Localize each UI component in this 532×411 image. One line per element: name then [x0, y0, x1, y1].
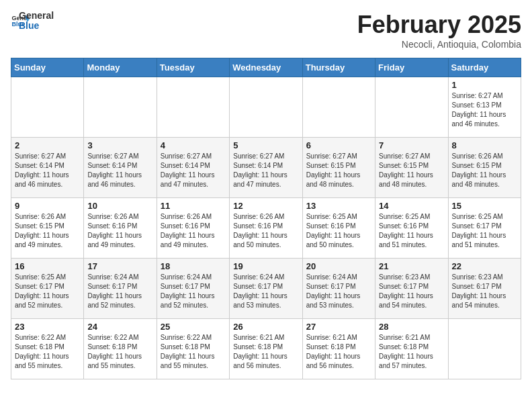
month-title: February 2025 [357, 11, 521, 39]
day-cell [448, 319, 521, 379]
week-row-5: 23Sunrise: 6:22 AM Sunset: 6:18 PM Dayli… [11, 319, 521, 379]
day-cell: 1Sunrise: 6:27 AM Sunset: 6:13 PM Daylig… [448, 77, 521, 138]
day-info: Sunrise: 6:24 AM Sunset: 6:17 PM Dayligh… [306, 273, 371, 310]
title-area: February 2025 Necocli, Antioquia, Colomb… [357, 11, 521, 50]
day-info: Sunrise: 6:26 AM Sunset: 6:16 PM Dayligh… [233, 212, 298, 250]
day-number: 8 [452, 140, 517, 150]
day-number: 7 [379, 140, 444, 150]
day-number: 23 [15, 322, 80, 332]
week-row-1: 1Sunrise: 6:27 AM Sunset: 6:13 PM Daylig… [11, 77, 521, 138]
day-number: 25 [161, 322, 226, 332]
day-cell [11, 77, 84, 138]
weekday-header-tuesday: Tuesday [157, 58, 229, 77]
week-row-4: 16Sunrise: 6:25 AM Sunset: 6:17 PM Dayli… [11, 259, 521, 319]
day-cell: 9Sunrise: 6:26 AM Sunset: 6:15 PM Daylig… [11, 198, 84, 259]
day-info: Sunrise: 6:24 AM Sunset: 6:17 PM Dayligh… [233, 273, 298, 310]
day-info: Sunrise: 6:27 AM Sunset: 6:14 PM Dayligh… [87, 152, 152, 189]
day-info: Sunrise: 6:26 AM Sunset: 6:15 PM Dayligh… [452, 152, 517, 189]
day-info: Sunrise: 6:26 AM Sunset: 6:15 PM Dayligh… [15, 212, 80, 250]
day-cell: 23Sunrise: 6:22 AM Sunset: 6:18 PM Dayli… [11, 319, 84, 379]
day-cell: 22Sunrise: 6:23 AM Sunset: 6:17 PM Dayli… [448, 259, 521, 319]
day-info: Sunrise: 6:23 AM Sunset: 6:17 PM Dayligh… [379, 273, 444, 310]
weekday-header-row: SundayMondayTuesdayWednesdayThursdayFrid… [11, 58, 521, 77]
day-info: Sunrise: 6:27 AM Sunset: 6:13 PM Dayligh… [452, 91, 517, 129]
day-number: 4 [161, 140, 226, 150]
day-cell [157, 77, 229, 138]
day-number: 26 [233, 322, 298, 332]
day-cell: 3Sunrise: 6:27 AM Sunset: 6:14 PM Daylig… [84, 138, 157, 198]
day-number: 20 [306, 261, 371, 271]
day-number: 27 [306, 322, 371, 332]
week-row-2: 2Sunrise: 6:27 AM Sunset: 6:14 PM Daylig… [11, 138, 521, 198]
day-number: 22 [452, 261, 517, 271]
weekday-header-wednesday: Wednesday [230, 58, 302, 77]
day-number: 16 [15, 261, 80, 271]
day-info: Sunrise: 6:22 AM Sunset: 6:18 PM Dayligh… [87, 333, 152, 371]
day-number: 11 [161, 201, 226, 211]
day-info: Sunrise: 6:25 AM Sunset: 6:16 PM Dayligh… [379, 212, 444, 250]
day-cell: 8Sunrise: 6:26 AM Sunset: 6:15 PM Daylig… [448, 138, 521, 198]
day-cell: 6Sunrise: 6:27 AM Sunset: 6:15 PM Daylig… [302, 138, 375, 198]
logo: General Blue General Blue [11, 11, 54, 32]
day-cell [230, 77, 302, 138]
day-cell: 5Sunrise: 6:27 AM Sunset: 6:14 PM Daylig… [230, 138, 302, 198]
day-number: 28 [379, 322, 444, 332]
day-cell: 12Sunrise: 6:26 AM Sunset: 6:16 PM Dayli… [230, 198, 302, 259]
day-number: 9 [15, 201, 80, 211]
day-info: Sunrise: 6:25 AM Sunset: 6:17 PM Dayligh… [452, 212, 517, 250]
day-cell [84, 77, 157, 138]
day-info: Sunrise: 6:27 AM Sunset: 6:14 PM Dayligh… [15, 152, 80, 189]
day-info: Sunrise: 6:21 AM Sunset: 6:18 PM Dayligh… [233, 333, 298, 371]
calendar: SundayMondayTuesdayWednesdayThursdayFrid… [11, 58, 521, 379]
day-cell: 16Sunrise: 6:25 AM Sunset: 6:17 PM Dayli… [11, 259, 84, 319]
day-info: Sunrise: 6:26 AM Sunset: 6:16 PM Dayligh… [161, 212, 226, 250]
location: Necocli, Antioquia, Colombia [357, 39, 521, 50]
day-info: Sunrise: 6:21 AM Sunset: 6:18 PM Dayligh… [306, 333, 371, 371]
day-info: Sunrise: 6:25 AM Sunset: 6:16 PM Dayligh… [306, 212, 371, 250]
day-info: Sunrise: 6:22 AM Sunset: 6:18 PM Dayligh… [15, 333, 80, 371]
day-number: 10 [87, 201, 152, 211]
day-cell: 7Sunrise: 6:27 AM Sunset: 6:15 PM Daylig… [375, 138, 448, 198]
day-number: 6 [306, 140, 371, 150]
day-number: 1 [452, 80, 517, 90]
day-cell: 21Sunrise: 6:23 AM Sunset: 6:17 PM Dayli… [375, 259, 448, 319]
day-cell [302, 77, 375, 138]
weekday-header-friday: Friday [375, 58, 448, 77]
weekday-header-monday: Monday [84, 58, 157, 77]
day-info: Sunrise: 6:24 AM Sunset: 6:17 PM Dayligh… [87, 273, 152, 310]
logo-general-text: General [19, 11, 54, 21]
day-cell: 15Sunrise: 6:25 AM Sunset: 6:17 PM Dayli… [448, 198, 521, 259]
day-number: 12 [233, 201, 298, 211]
day-info: Sunrise: 6:27 AM Sunset: 6:14 PM Dayligh… [233, 152, 298, 189]
day-number: 18 [161, 261, 226, 271]
day-number: 21 [379, 261, 444, 271]
day-info: Sunrise: 6:27 AM Sunset: 6:14 PM Dayligh… [161, 152, 226, 189]
day-number: 5 [233, 140, 298, 150]
day-cell: 10Sunrise: 6:26 AM Sunset: 6:16 PM Dayli… [84, 198, 157, 259]
day-info: Sunrise: 6:21 AM Sunset: 6:18 PM Dayligh… [379, 333, 444, 371]
logo-blue-text: Blue [19, 21, 54, 31]
day-info: Sunrise: 6:27 AM Sunset: 6:15 PM Dayligh… [306, 152, 371, 189]
day-number: 14 [379, 201, 444, 211]
day-number: 3 [87, 140, 152, 150]
day-cell: 25Sunrise: 6:22 AM Sunset: 6:18 PM Dayli… [157, 319, 229, 379]
day-number: 13 [306, 201, 371, 211]
day-number: 17 [87, 261, 152, 271]
day-info: Sunrise: 6:22 AM Sunset: 6:18 PM Dayligh… [161, 333, 226, 371]
day-info: Sunrise: 6:24 AM Sunset: 6:17 PM Dayligh… [161, 273, 226, 310]
day-info: Sunrise: 6:26 AM Sunset: 6:16 PM Dayligh… [87, 212, 152, 250]
day-info: Sunrise: 6:27 AM Sunset: 6:15 PM Dayligh… [379, 152, 444, 189]
day-number: 15 [452, 201, 517, 211]
day-info: Sunrise: 6:23 AM Sunset: 6:17 PM Dayligh… [452, 273, 517, 310]
week-row-3: 9Sunrise: 6:26 AM Sunset: 6:15 PM Daylig… [11, 198, 521, 259]
day-cell: 4Sunrise: 6:27 AM Sunset: 6:14 PM Daylig… [157, 138, 229, 198]
day-cell: 17Sunrise: 6:24 AM Sunset: 6:17 PM Dayli… [84, 259, 157, 319]
weekday-header-saturday: Saturday [448, 58, 521, 77]
day-cell: 26Sunrise: 6:21 AM Sunset: 6:18 PM Dayli… [230, 319, 302, 379]
day-info: Sunrise: 6:25 AM Sunset: 6:17 PM Dayligh… [15, 273, 80, 310]
weekday-header-thursday: Thursday [302, 58, 375, 77]
day-cell: 2Sunrise: 6:27 AM Sunset: 6:14 PM Daylig… [11, 138, 84, 198]
day-cell: 18Sunrise: 6:24 AM Sunset: 6:17 PM Dayli… [157, 259, 229, 319]
weekday-header-sunday: Sunday [11, 58, 84, 77]
day-number: 19 [233, 261, 298, 271]
